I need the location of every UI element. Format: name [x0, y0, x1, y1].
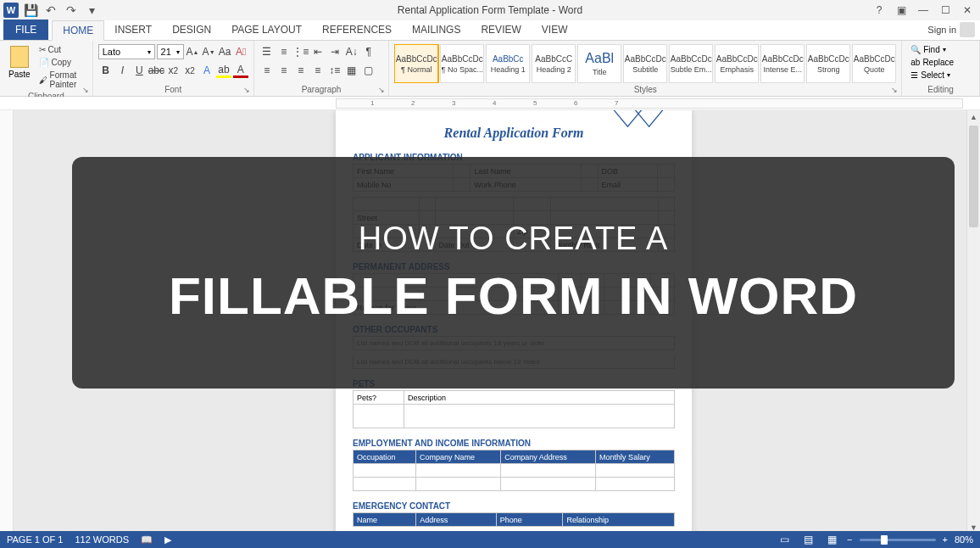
- group-clipboard: Paste ✂Cut 📄Copy 🖌Format Painter Clipboa…: [0, 41, 93, 96]
- undo-icon[interactable]: ↶: [42, 2, 59, 19]
- signin-link[interactable]: Sign in: [927, 22, 975, 37]
- find-button[interactable]: 🔍Find▾: [907, 44, 974, 55]
- save-icon[interactable]: 💾: [22, 2, 39, 19]
- align-left-icon[interactable]: ≡: [259, 63, 275, 78]
- font-color-icon[interactable]: A: [233, 63, 248, 78]
- strikethrough-button[interactable]: abc: [148, 63, 164, 78]
- italic-button[interactable]: I: [115, 63, 131, 78]
- style-subtle-em-[interactable]: AaBbCcDcSubtle Em...: [669, 44, 713, 83]
- sort-icon[interactable]: A↓: [344, 44, 359, 59]
- style-heading-1[interactable]: AaBbCcHeading 1: [486, 44, 530, 83]
- subscript-button[interactable]: x2: [165, 63, 181, 78]
- zoom-in-button[interactable]: +: [943, 534, 948, 545]
- style-intense-e-[interactable]: AaBbCcDcIntense E...: [760, 44, 805, 83]
- line-spacing-icon[interactable]: ↕≡: [327, 63, 342, 78]
- copy-button[interactable]: 📄Copy: [37, 57, 87, 68]
- decrease-indent-icon[interactable]: ⇤: [310, 44, 326, 59]
- tab-home[interactable]: HOME: [52, 20, 104, 41]
- style-strong[interactable]: AaBbCcDcStrong: [806, 44, 850, 83]
- font-launcher[interactable]: ↘: [243, 86, 252, 94]
- overlay-title-line2: FILLABLE FORM IN WORD: [169, 266, 858, 326]
- bold-button[interactable]: B: [98, 63, 114, 78]
- show-marks-icon[interactable]: ¶: [361, 44, 376, 59]
- ruler-horizontal[interactable]: 1234567: [0, 97, 980, 110]
- group-styles: AaBbCcDc¶ NormalAaBbCcDc¶ No Spac...AaBb…: [389, 41, 902, 96]
- macro-icon[interactable]: ▶: [164, 534, 171, 545]
- word-count[interactable]: 112 WORDS: [75, 534, 129, 545]
- replace-button[interactable]: abReplace: [907, 57, 974, 68]
- close-icon[interactable]: ✕: [958, 2, 977, 19]
- minimize-icon[interactable]: —: [914, 2, 933, 19]
- underline-button[interactable]: U: [131, 63, 147, 78]
- cut-button[interactable]: ✂Cut: [37, 44, 87, 55]
- clipboard-launcher[interactable]: ↘: [82, 86, 91, 94]
- replace-icon: ab: [910, 58, 920, 67]
- shrink-font-icon[interactable]: A▼: [202, 44, 216, 59]
- tab-design[interactable]: DESIGN: [162, 20, 221, 40]
- tab-mailings[interactable]: MAILINGS: [402, 20, 471, 40]
- spell-check-icon[interactable]: 📖: [141, 534, 153, 545]
- tab-file[interactable]: FILE: [3, 20, 48, 40]
- zoom-level[interactable]: 80%: [955, 534, 973, 545]
- zoom-slider[interactable]: [860, 539, 936, 541]
- redo-icon[interactable]: ↷: [63, 2, 80, 19]
- paragraph-launcher[interactable]: ↘: [378, 86, 387, 94]
- style--no-spac-[interactable]: AaBbCcDc¶ No Spac...: [440, 44, 484, 83]
- help-icon[interactable]: ?: [870, 2, 888, 19]
- styles-launcher[interactable]: ↘: [891, 86, 899, 94]
- font-label: Font: [98, 85, 248, 94]
- paste-button[interactable]: Paste: [5, 44, 34, 81]
- clear-format-icon[interactable]: A⃠: [234, 44, 248, 59]
- paragraph-label: Paragraph: [259, 85, 384, 94]
- highlight-icon[interactable]: ab: [216, 63, 231, 78]
- style--normal[interactable]: AaBbCcDc¶ Normal: [394, 44, 438, 83]
- print-layout-icon[interactable]: ▤: [799, 533, 816, 546]
- maximize-icon[interactable]: ☐: [936, 2, 955, 19]
- tab-references[interactable]: REFERENCES: [312, 20, 402, 40]
- change-case-icon[interactable]: Aa: [218, 44, 232, 59]
- format-painter-button[interactable]: 🖌Format Painter: [37, 70, 87, 90]
- bullets-icon[interactable]: ☰: [259, 44, 275, 59]
- grow-font-icon[interactable]: A▲: [186, 44, 200, 59]
- qat-customize-icon[interactable]: ▾: [83, 2, 100, 19]
- select-button[interactable]: ☰Select▾: [907, 70, 974, 81]
- borders-icon[interactable]: ▢: [361, 63, 376, 78]
- tab-view[interactable]: VIEW: [532, 20, 578, 40]
- text-effects-icon[interactable]: A: [199, 63, 214, 78]
- scroll-up-icon[interactable]: ▲: [967, 110, 980, 124]
- tutorial-overlay: HOW TO CREATE A FILLABLE FORM IN WORD: [72, 157, 955, 389]
- window-title: Rental Application Form Template - Word: [398, 4, 582, 16]
- styles-gallery[interactable]: AaBbCcDc¶ NormalAaBbCcDc¶ No Spac...AaBb…: [394, 44, 896, 83]
- header-decoration: [602, 110, 675, 141]
- align-center-icon[interactable]: ≡: [276, 63, 292, 78]
- style-quote[interactable]: AaBbCcDcQuote: [852, 44, 896, 83]
- zoom-out-button[interactable]: −: [847, 534, 852, 545]
- tab-review[interactable]: REVIEW: [471, 20, 531, 40]
- style-title[interactable]: AaBlTitle: [577, 44, 621, 83]
- shading-icon[interactable]: ▦: [344, 63, 359, 78]
- style-subtitle[interactable]: AaBbCcDcSubtitle: [623, 44, 667, 83]
- font-name-select[interactable]: Lato▾: [98, 44, 155, 59]
- font-size-select[interactable]: 21▾: [157, 44, 184, 59]
- page-indicator[interactable]: PAGE 1 OF 1: [7, 534, 63, 545]
- style-heading-2[interactable]: AaBbCcCHeading 2: [532, 44, 576, 83]
- zoom-thumb[interactable]: [881, 535, 888, 545]
- signin-label: Sign in: [927, 25, 956, 35]
- justify-icon[interactable]: ≡: [310, 63, 326, 78]
- style-emphasis[interactable]: AaBbCcDcEmphasis: [715, 44, 759, 83]
- align-right-icon[interactable]: ≡: [293, 63, 309, 78]
- read-mode-icon[interactable]: ▭: [776, 533, 793, 546]
- avatar-icon: [960, 22, 975, 37]
- scrollbar-vertical[interactable]: ▲ ▼: [966, 110, 980, 534]
- increase-indent-icon[interactable]: ⇥: [327, 44, 342, 59]
- ruler-vertical[interactable]: [0, 110, 14, 534]
- tab-insert[interactable]: INSERT: [104, 20, 162, 40]
- ribbon-display-icon[interactable]: ▣: [892, 2, 910, 19]
- multilevel-icon[interactable]: ⋮≡: [293, 44, 309, 59]
- scroll-thumb[interactable]: [969, 126, 978, 227]
- tab-page-layout[interactable]: PAGE LAYOUT: [221, 20, 312, 40]
- superscript-button[interactable]: x2: [182, 63, 198, 78]
- numbering-icon[interactable]: ≡: [276, 44, 292, 59]
- group-editing: 🔍Find▾ abReplace ☰Select▾ Editing: [902, 41, 980, 96]
- web-layout-icon[interactable]: ▦: [823, 533, 840, 546]
